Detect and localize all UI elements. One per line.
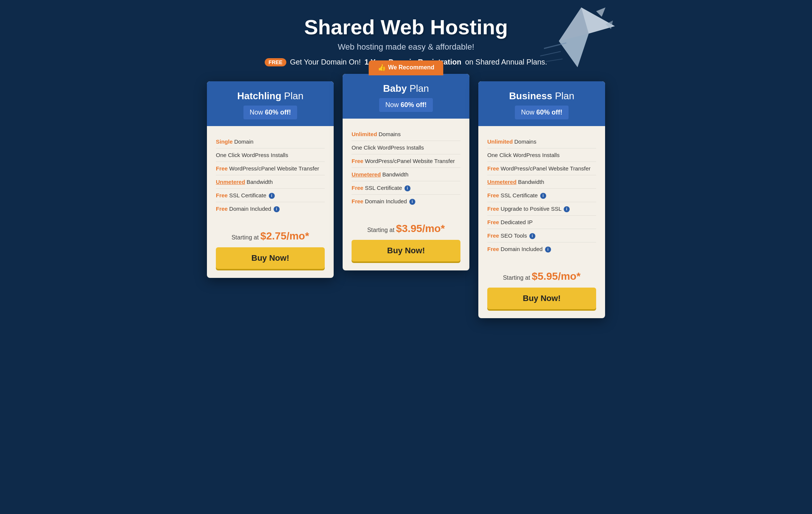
- baby-title: Baby Plan: [350, 83, 462, 94]
- hatchling-header: Hatchling Plan Now 60% off!: [207, 81, 334, 126]
- hatchling-features: Single Domain One Click WordPress Instal…: [216, 135, 325, 215]
- feature-item: Free SSL Certificate i: [487, 189, 596, 202]
- baby-discount: Now 60% off!: [379, 98, 432, 112]
- feature-item: Unmetered Bandwidth: [216, 175, 325, 189]
- business-card: Business Plan Now 60% off! Unlimited Dom…: [478, 81, 605, 318]
- hatchling-card: Hatchling Plan Now 60% off! Single Domai…: [207, 81, 334, 278]
- baby-features: Unlimited Domains One Click WordPress In…: [352, 128, 460, 208]
- feature-item: Single Domain: [216, 135, 325, 148]
- hatchling-price: Starting at $2.75/mo*: [216, 230, 325, 242]
- feature-item: Free Dedicated IP: [487, 216, 596, 229]
- feature-item: Free Upgrade to Positive SSL i: [487, 202, 596, 216]
- seo-tools-info-icon[interactable]: i: [529, 233, 535, 239]
- promo-text2: on Shared Annual Plans.: [465, 58, 547, 66]
- feature-item: Unlimited Domains: [352, 128, 460, 141]
- hatchling-title: Hatchling Plan: [214, 90, 326, 102]
- feature-item: Free WordPress/cPanel Website Transfer: [487, 162, 596, 175]
- hatchling-buy-button[interactable]: Buy Now!: [216, 247, 325, 269]
- baby-price: Starting at $3.95/mo*: [352, 223, 460, 235]
- promo-text1: Get Your Domain On!: [290, 58, 361, 66]
- feature-item: Free SSL Certificate i: [352, 181, 460, 195]
- ssl-info-icon[interactable]: i: [269, 193, 275, 199]
- ssl-info-icon[interactable]: i: [405, 185, 410, 191]
- domain-info-icon[interactable]: i: [274, 206, 280, 212]
- page-title: Shared Web Hosting: [201, 15, 611, 39]
- business-buy-button[interactable]: Buy Now!: [487, 288, 596, 309]
- business-price: Starting at $5.95/mo*: [487, 270, 596, 282]
- feature-item: Free Domain Included i: [352, 195, 460, 208]
- feature-item: One Click WordPress Installs: [352, 141, 460, 154]
- pricing-cards: Hatchling Plan Now 60% off! Single Domai…: [201, 81, 611, 318]
- feature-item: Unmetered Bandwidth: [487, 175, 596, 189]
- baby-header: Baby Plan Now 60% off!: [343, 74, 469, 119]
- page-header: Shared Web Hosting Web hosting made easy…: [201, 15, 611, 66]
- business-title: Business Plan: [486, 90, 598, 102]
- feature-item: Unmetered Bandwidth: [352, 168, 460, 181]
- baby-buy-button[interactable]: Buy Now!: [352, 240, 460, 261]
- business-body: Unlimited Domains One Click WordPress In…: [478, 126, 605, 256]
- ssl-info-icon[interactable]: i: [540, 193, 546, 199]
- recommended-badge: 👍 We Recommend: [369, 60, 443, 75]
- free-badge: FREE: [265, 58, 286, 66]
- baby-body: Unlimited Domains One Click WordPress In…: [343, 119, 469, 208]
- positive-ssl-info-icon[interactable]: i: [564, 206, 570, 212]
- page-subtitle: Web hosting made easy & affordable!: [201, 42, 611, 52]
- feature-item: Unlimited Domains: [487, 135, 596, 148]
- business-header: Business Plan Now 60% off!: [478, 81, 605, 126]
- domain-info-icon[interactable]: i: [545, 247, 551, 253]
- business-discount: Now 60% off!: [515, 106, 568, 119]
- hatchling-discount: Now 60% off!: [243, 106, 297, 119]
- domain-info-icon[interactable]: i: [409, 199, 415, 205]
- feature-item: Free SSL Certificate i: [216, 189, 325, 202]
- hatchling-footer: Starting at $2.75/mo* Buy Now!: [207, 223, 334, 278]
- baby-card: 👍 We Recommend Baby Plan Now 60% off! Un…: [343, 74, 469, 270]
- feature-item: Free Domain Included i: [487, 242, 596, 256]
- feature-item: Free WordPress/cPanel Website Transfer: [216, 162, 325, 175]
- business-features: Unlimited Domains One Click WordPress In…: [487, 135, 596, 256]
- business-footer: Starting at $5.95/mo* Buy Now!: [478, 263, 605, 318]
- feature-item: One Click WordPress Installs: [487, 148, 596, 162]
- feature-item: Free SEO Tools i: [487, 229, 596, 242]
- baby-footer: Starting at $3.95/mo* Buy Now!: [343, 215, 469, 270]
- recommended-label: We Recommend: [388, 64, 434, 71]
- feature-item: Free WordPress/cPanel Website Transfer: [352, 154, 460, 168]
- thumb-icon: 👍: [378, 63, 386, 72]
- feature-item: One Click WordPress Installs: [216, 148, 325, 162]
- feature-item: Free Domain Included i: [216, 202, 325, 215]
- hatchling-body: Single Domain One Click WordPress Instal…: [207, 126, 334, 215]
